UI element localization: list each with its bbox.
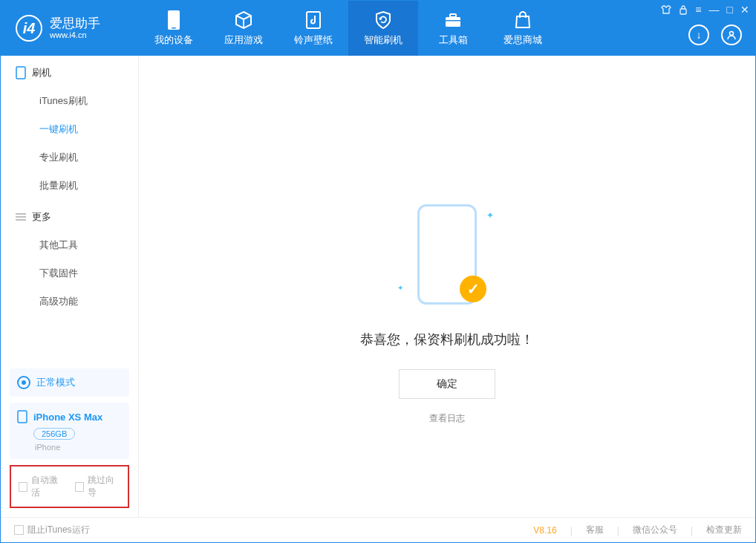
device-name: iPhone XS Max: [17, 410, 122, 423]
lock-icon[interactable]: [679, 4, 688, 15]
tab-label: 爱思商城: [504, 33, 542, 47]
tab-label: 铃声壁纸: [294, 33, 333, 47]
main-content: ✓ ✦ ✦ 恭喜您，保资料刷机成功啦！ 确定 查看日志: [139, 56, 755, 517]
sidebar-section-more: 更多: [1, 200, 138, 231]
separator: |: [691, 525, 693, 536]
menu-icon[interactable]: ≡: [695, 4, 701, 16]
separator: |: [570, 525, 573, 536]
success-illustration: ✓ ✦ ✦: [406, 204, 488, 316]
cube-icon: [234, 10, 253, 30]
brand-name-cn: 爱思助手: [50, 17, 100, 31]
tab-store[interactable]: 爱思商城: [488, 1, 558, 56]
toolbox-icon: [443, 10, 463, 30]
checkbox-label: 自动激活: [31, 474, 64, 499]
header-action-icons: ↓: [688, 25, 742, 45]
sidebar-section-flash: 刷机: [1, 56, 138, 87]
tab-my-device[interactable]: 我的设备: [139, 1, 209, 56]
logo-text: 爱思助手 www.i4.cn: [50, 17, 100, 40]
bag-icon: [513, 10, 532, 30]
sidebar-item-download-firmware[interactable]: 下载固件: [1, 259, 138, 287]
svg-rect-0: [168, 10, 180, 30]
shield-refresh-icon: [374, 10, 393, 30]
tab-label: 工具箱: [439, 33, 468, 47]
support-link[interactable]: 客服: [586, 524, 604, 536]
device-type: iPhone: [35, 443, 122, 452]
minimize-icon[interactable]: —: [709, 4, 720, 16]
tab-ringtone[interactable]: 铃声壁纸: [278, 1, 348, 56]
window-controls: ≡ — □ ✕: [661, 4, 749, 16]
checkbox-box: [75, 482, 84, 492]
maximize-icon[interactable]: □: [727, 4, 733, 16]
sidebar: 刷机 iTunes刷机 一键刷机 专业刷机 批量刷机 更多 其他工具 下载固件 …: [1, 56, 139, 517]
view-log-link[interactable]: 查看日志: [429, 412, 465, 425]
device-icon: [164, 10, 183, 30]
success-message: 恭喜您，保资料刷机成功啦！: [360, 331, 534, 348]
update-link[interactable]: 检查更新: [706, 524, 742, 536]
body-area: 刷机 iTunes刷机 一键刷机 专业刷机 批量刷机 更多 其他工具 下载固件 …: [1, 56, 755, 517]
tab-toolbox[interactable]: 工具箱: [418, 1, 488, 56]
svg-rect-4: [450, 14, 456, 17]
option-checkboxes: 自动激活 跳过向导: [10, 465, 129, 508]
sparkle-icon: ✦: [397, 284, 403, 292]
phone-icon: [16, 66, 26, 79]
sidebar-item-batch-flash[interactable]: 批量刷机: [1, 172, 138, 200]
svg-rect-2: [307, 12, 320, 28]
tab-apps[interactable]: 应用游戏: [209, 1, 278, 56]
wechat-link[interactable]: 微信公众号: [633, 524, 677, 536]
mode-label: 正常模式: [36, 376, 75, 389]
separator: |: [617, 525, 619, 536]
checkbox-box: [19, 482, 27, 492]
checkbox-auto-activate[interactable]: 自动激活: [19, 474, 65, 499]
device-name-text: iPhone XS Max: [33, 412, 102, 423]
checkbox-box: [14, 525, 24, 535]
download-icon[interactable]: ↓: [688, 25, 709, 45]
phone-icon: [17, 410, 27, 423]
tab-label: 应用游戏: [224, 33, 263, 47]
device-mode[interactable]: 正常模式: [10, 368, 129, 397]
shirt-icon[interactable]: [661, 4, 671, 15]
sparkle-icon: ✦: [486, 210, 494, 221]
close-icon[interactable]: ✕: [740, 4, 749, 16]
svg-rect-3: [446, 17, 460, 27]
svg-rect-12: [18, 411, 27, 423]
brand-name-en: www.i4.cn: [50, 30, 100, 39]
footer: 阻止iTunes运行 V8.16 | 客服 | 微信公众号 | 检查更新: [1, 517, 755, 542]
checkbox-label: 阻止iTunes运行: [27, 524, 90, 536]
sidebar-item-itunes-flash[interactable]: iTunes刷机: [1, 87, 138, 115]
logo-icon: i4: [16, 15, 42, 42]
music-file-icon: [304, 10, 323, 30]
version-label: V8.16: [533, 525, 556, 536]
confirm-button[interactable]: 确定: [399, 369, 495, 399]
svg-rect-1: [172, 27, 176, 29]
logo-area: i4 爱思助手 www.i4.cn: [1, 15, 139, 42]
sidebar-item-advanced[interactable]: 高级功能: [1, 287, 138, 316]
tab-flash[interactable]: 智能刷机: [348, 1, 418, 56]
mode-icon: [17, 376, 30, 389]
check-badge-icon: ✓: [460, 276, 486, 302]
svg-rect-8: [16, 67, 25, 79]
sidebar-item-pro-flash[interactable]: 专业刷机: [1, 143, 138, 172]
list-icon: [16, 212, 26, 221]
device-info[interactable]: iPhone XS Max 256GB iPhone: [10, 403, 129, 459]
sidebar-item-oneclick-flash[interactable]: 一键刷机: [1, 115, 138, 143]
section-label: 更多: [32, 210, 51, 224]
svg-rect-6: [680, 9, 686, 14]
sidebar-item-other-tools[interactable]: 其他工具: [1, 231, 138, 259]
tab-label: 智能刷机: [364, 33, 403, 47]
user-icon[interactable]: [721, 25, 742, 45]
checkbox-block-itunes[interactable]: 阻止iTunes运行: [14, 524, 90, 536]
section-label: 刷机: [32, 66, 51, 79]
checkbox-label: 跳过向导: [88, 474, 120, 499]
device-storage: 256GB: [33, 428, 75, 440]
nav-tabs: 我的设备 应用游戏 铃声壁纸 智能刷机 工具箱 爱思商城: [139, 1, 558, 56]
footer-right: V8.16 | 客服 | 微信公众号 | 检查更新: [533, 524, 742, 536]
checkbox-skip-guide[interactable]: 跳过向导: [75, 474, 121, 499]
device-panel: 正常模式 iPhone XS Max 256GB iPhone 自动激活 跳过向…: [1, 360, 138, 517]
tab-label: 我的设备: [154, 33, 193, 47]
svg-point-7: [730, 32, 734, 36]
app-header: i4 爱思助手 www.i4.cn 我的设备 应用游戏 铃声壁纸 智能刷机 工具…: [1, 1, 755, 56]
svg-rect-5: [446, 20, 460, 22]
